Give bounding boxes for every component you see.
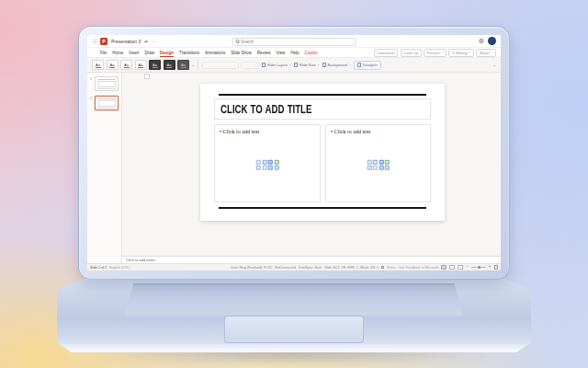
- variant-dropdown-disabled-2: ⌄: [241, 62, 259, 69]
- insert-chart-icon[interactable]: [373, 159, 378, 164]
- slide-layout-button[interactable]: Slide Layout ⌄: [262, 63, 291, 67]
- slide-2-thumbnail-selected[interactable]: [95, 96, 119, 110]
- fit-slide-to-window-icon[interactable]: [494, 265, 499, 270]
- theme-thumbnail-2[interactable]: Aa: [107, 60, 119, 70]
- slide-editing-surface[interactable]: CLICK TO ADD TITLE • Click to add text: [200, 84, 445, 221]
- theme-thumbnail-6[interactable]: Aa: [164, 60, 175, 70]
- tab-insert[interactable]: Insert: [129, 51, 139, 55]
- theme-thumbnail-4[interactable]: Aa: [135, 60, 147, 70]
- tab-home[interactable]: Home: [112, 51, 123, 55]
- present-button[interactable]: Present ⌄: [424, 49, 447, 57]
- slide-1-thumbnail[interactable]: [95, 76, 119, 91]
- thumbnail-pane-toggle-icon[interactable]: [144, 74, 150, 79]
- app-launcher-icon[interactable]: [92, 39, 97, 44]
- insert-table-icon[interactable]: [367, 159, 371, 164]
- insert-icons-icon[interactable]: [268, 166, 273, 170]
- zoom-out-icon[interactable]: −: [466, 265, 469, 270]
- chevron-down-icon: ⌄: [468, 51, 470, 54]
- insert-video-icon[interactable]: [373, 166, 378, 170]
- tab-help[interactable]: Help: [290, 51, 299, 55]
- theme-thumbnail-5[interactable]: Aa: [149, 60, 161, 70]
- catch-up-button[interactable]: Catch up: [401, 49, 422, 57]
- slide-top-rule: [219, 94, 426, 96]
- insert-table-icon[interactable]: [256, 159, 261, 164]
- insert-stock-image-icon[interactable]: [367, 166, 371, 170]
- notes-pane[interactable]: Click to add notes: [122, 256, 501, 263]
- search-input[interactable]: Search: [232, 38, 356, 46]
- user-avatar[interactable]: [488, 37, 496, 45]
- theme-gallery-chevron-icon[interactable]: ⌄: [192, 63, 195, 67]
- reading-view-icon[interactable]: [458, 265, 463, 270]
- ribbon-divider: [198, 60, 198, 70]
- comments-button[interactable]: Comments: [374, 49, 398, 57]
- title-placeholder-text: CLICK TO ADD TITLE: [220, 103, 311, 115]
- language-label[interactable]: English (U.S.): [109, 266, 130, 270]
- slide-number: 2: [90, 96, 93, 100]
- debug-slide-flags-label: Slide GC1: Off, HSR: 1, iMask: SR: 1: [324, 266, 379, 270]
- desktop-background: P Presentation 3 ☁ ⌄ Search ⚙ File Home …: [0, 0, 588, 368]
- normal-view-icon[interactable]: [441, 265, 447, 270]
- chevron-down-icon: ⌄: [288, 63, 291, 67]
- tab-view[interactable]: View: [276, 51, 285, 55]
- tab-copilot[interactable]: Copilot: [304, 51, 317, 55]
- designer-button[interactable]: Designer: [354, 61, 381, 70]
- insert-smartart-icon[interactable]: [268, 159, 273, 164]
- laptop-trackpad: [224, 316, 364, 343]
- content-placeholder-left[interactable]: • Click to add text: [214, 124, 321, 202]
- powerpoint-app-icon[interactable]: P: [100, 38, 107, 45]
- debug-ring-label: Inner Ring (Fastfood): FLR1: [231, 266, 272, 270]
- share-button[interactable]: Share ⌄: [476, 49, 496, 57]
- slide-count-label[interactable]: Slide 2 of 2: [90, 266, 107, 270]
- slide-number: 1: [90, 76, 93, 81]
- insert-smartart-icon[interactable]: [379, 159, 383, 164]
- chevron-down-icon: ⌄: [491, 51, 493, 54]
- title-placeholder[interactable]: CLICK TO ADD TITLE: [214, 98, 431, 120]
- zoom-in-icon[interactable]: +: [489, 265, 492, 270]
- title-chevron-down-icon[interactable]: ⌄: [153, 40, 155, 43]
- insert-content-icon-grid: [367, 159, 390, 170]
- insert-video-icon[interactable]: [262, 166, 266, 170]
- tab-animations[interactable]: Animations: [205, 51, 225, 55]
- insert-picture-icon[interactable]: [385, 159, 390, 164]
- insert-cameo-icon[interactable]: [385, 166, 390, 170]
- design-ribbon: Aa Aa Aa Aa Aa Aa Aa ⌄ ⌄ ⌄ Slide Layout …: [87, 58, 501, 73]
- settings-gear-icon[interactable]: ⚙: [479, 38, 484, 44]
- theme-thumbnail-7[interactable]: Aa: [177, 60, 189, 70]
- notes-placeholder: Click to add notes: [126, 258, 155, 262]
- background-button[interactable]: Background ⌄: [322, 63, 352, 67]
- insert-icons-icon[interactable]: [379, 166, 383, 170]
- app-titlebar: P Presentation 3 ☁ ⌄ Search ⚙: [87, 35, 501, 48]
- content-placeholder-right[interactable]: • Click to add text: [325, 124, 431, 202]
- slide-sorter-view-icon[interactable]: [449, 265, 455, 270]
- slide-thumbnail-panel: 1 2: [87, 73, 122, 263]
- tab-design[interactable]: Design: [160, 51, 174, 55]
- theme-thumbnail-3[interactable]: Aa: [120, 60, 132, 70]
- tab-slide-show[interactable]: Slide Show: [231, 51, 252, 55]
- body-placeholder-text: • Click to add text: [326, 125, 430, 134]
- zoom-slider[interactable]: [471, 267, 486, 268]
- editing-mode-button[interactable]: ✎ Editing ⌄: [448, 49, 474, 57]
- titlebar-right-cluster: ⚙: [479, 37, 496, 45]
- slide-canvas: CLICK TO ADD TITLE • Click to add text: [122, 73, 501, 263]
- notes-checkbox[interactable]: [381, 266, 384, 269]
- debug-connection-label: NotConnected: [275, 266, 296, 270]
- insert-chart-icon[interactable]: [262, 159, 266, 164]
- document-title[interactable]: Presentation 3: [111, 39, 141, 44]
- main-area: 1 2: [87, 73, 501, 263]
- feedback-link[interactable]: Give Feedback to Microsoft: [398, 266, 438, 270]
- slide-bottom-rule: [219, 207, 426, 209]
- chevron-down-icon: ⌄: [317, 63, 320, 67]
- notes-toggle-label[interactable]: Notes: [387, 266, 395, 270]
- autosave-cloud-icon: ☁: [143, 39, 148, 43]
- tab-file[interactable]: File: [100, 51, 107, 55]
- tab-review[interactable]: Review: [257, 51, 271, 55]
- ribbon-collapse-chevron-icon[interactable]: ⌄: [492, 63, 496, 67]
- theme-thumbnail-1[interactable]: Aa: [92, 60, 104, 70]
- slide-size-button[interactable]: Slide Size ⌄: [294, 63, 320, 67]
- tab-transitions[interactable]: Transitions: [179, 51, 199, 55]
- thumbnail-row-1: 1: [87, 76, 121, 91]
- insert-picture-icon[interactable]: [274, 159, 278, 164]
- insert-cameo-icon[interactable]: [274, 166, 278, 170]
- tab-draw[interactable]: Draw: [145, 51, 155, 55]
- insert-stock-image-icon[interactable]: [256, 166, 261, 170]
